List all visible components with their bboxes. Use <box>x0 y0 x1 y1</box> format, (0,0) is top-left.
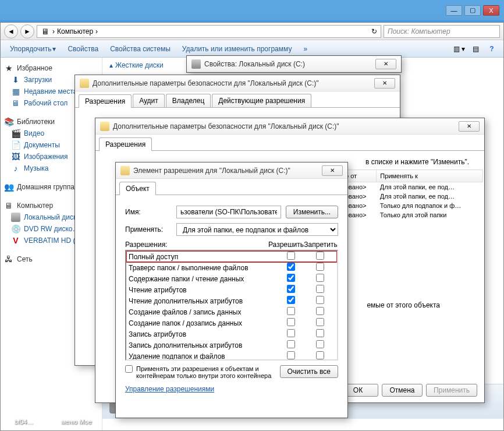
permissions-table[interactable]: но от Применять к довано>Для этой папки,… <box>338 169 483 220</box>
permission-row: Чтение атрибутов <box>126 284 337 295</box>
pictures-icon: 🖼 <box>11 152 20 161</box>
tab-permissions[interactable]: Разрешения <box>99 137 152 151</box>
table-row[interactable]: довано>Только для подпапок и ф… <box>338 201 483 210</box>
desktop-icon: 🖥 <box>11 98 20 108</box>
refresh-icon[interactable]: ↻ <box>371 27 377 36</box>
nav-back-button[interactable]: ◄ <box>4 24 18 38</box>
close-button[interactable]: X <box>483 5 499 16</box>
permission-entry-dialog: Элемент разрешения для "Локальный диск (… <box>115 162 348 418</box>
preview-pane-button[interactable]: ▤ <box>468 43 482 55</box>
tab-permissions[interactable]: Разрешения <box>79 94 132 108</box>
breadcrumb[interactable]: 🖥 › Компьютер › ↻ <box>37 25 381 38</box>
apply-button[interactable]: Применить <box>426 384 477 397</box>
col-apply-to[interactable]: Применять к <box>377 170 483 182</box>
network-icon: 🖧 <box>4 255 13 264</box>
close-button[interactable]: ✕ <box>375 59 396 69</box>
apply-to-label: Применять: <box>125 225 172 234</box>
properties-button[interactable]: Свойства <box>63 43 103 55</box>
organize-menu[interactable]: Упорядочить ▾ <box>5 43 61 55</box>
view-button[interactable]: ▥ ▾ <box>452 43 466 55</box>
explorer-header: ◄ ► 🖥 › Компьютер › ↻ Поиск: Компьютер <box>1 23 503 40</box>
dialog-title: Свойства: Локальный диск (C:) <box>204 60 372 68</box>
system-properties-button[interactable]: Свойства системы <box>105 43 175 55</box>
drive-icon <box>191 59 201 69</box>
clear-all-button[interactable]: Очистить все <box>280 365 338 378</box>
tab-strip: Разрешения Аудит Владелец Действующие ра… <box>75 94 400 108</box>
allow-checkbox[interactable] <box>287 252 295 260</box>
close-button[interactable]: ✕ <box>322 165 343 176</box>
close-button[interactable]: ✕ <box>374 78 395 89</box>
permissions-list[interactable]: Полный доступТраверс папок / выполнение … <box>125 250 338 361</box>
deny-checkbox[interactable] <box>316 274 324 282</box>
help-button[interactable]: ? <box>485 43 499 55</box>
apply-to-container-checkbox[interactable] <box>125 365 133 373</box>
permission-row: Полный доступ <box>126 251 337 262</box>
permission-row: Запись атрибутов <box>126 328 337 340</box>
tab-strip: Объект <box>116 181 347 195</box>
folder-icon <box>80 79 89 88</box>
allow-checkbox[interactable] <box>287 296 295 304</box>
permission-name: Создание файлов / запись данных <box>129 308 276 316</box>
permission-name: Траверс папок / выполнение файлов <box>129 264 276 272</box>
permission-name: Чтение дополнительных атрибутов <box>129 297 276 305</box>
minimize-button[interactable]: — <box>446 5 462 16</box>
allow-checkbox[interactable] <box>287 340 295 348</box>
allow-checkbox[interactable] <box>287 351 295 359</box>
manage-permissions-link[interactable]: Управление разрешениями <box>125 385 214 393</box>
properties-dialog: Свойства: Локальный диск (C:) ✕ <box>186 55 402 73</box>
dialog-title: Дополнительные параметры безопасности дл… <box>113 122 455 130</box>
breadcrumb-root[interactable]: Компьютер <box>57 27 93 36</box>
allow-label: Разрешить <box>268 241 303 249</box>
close-button[interactable]: ✕ <box>459 121 480 132</box>
table-row[interactable]: довано>Для этой папки, ее под… <box>338 182 483 192</box>
allow-checkbox[interactable] <box>287 285 295 293</box>
allow-checkbox[interactable] <box>287 274 295 282</box>
dvd-icon: 💿 <box>11 224 20 234</box>
allow-checkbox[interactable] <box>287 263 295 271</box>
tab-audit[interactable]: Аудит <box>133 94 165 107</box>
deny-checkbox[interactable] <box>316 329 324 337</box>
uninstall-button[interactable]: Удалить или изменить программу <box>178 43 297 55</box>
nav-forward-button[interactable]: ► <box>20 24 34 38</box>
toolbar-more[interactable]: » <box>299 43 312 55</box>
tab-effective[interactable]: Действующие разрешения <box>212 94 311 107</box>
apply-to-container-label: Применять эти разрешения к объектам и ко… <box>136 365 276 379</box>
deny-label: Запретить <box>303 241 338 249</box>
permission-row: Запись дополнительных атрибутов <box>126 340 337 351</box>
permissions-label: Разрешения: <box>125 241 268 249</box>
allow-checkbox[interactable] <box>287 318 295 326</box>
change-button[interactable]: Изменить... <box>286 206 338 218</box>
deny-checkbox[interactable] <box>316 252 324 260</box>
deny-checkbox[interactable] <box>316 318 324 326</box>
desktop-item[interactable]: bf04… <box>3 394 44 425</box>
homegroup-icon: 👥 <box>4 182 13 192</box>
deny-checkbox[interactable] <box>316 296 324 304</box>
breadcrumb-sep: › <box>52 27 55 36</box>
tab-strip: Разрешения <box>95 137 484 151</box>
video-icon: 🎬 <box>11 129 20 138</box>
deny-checkbox[interactable] <box>316 307 324 315</box>
computer-icon: 🖥 <box>41 27 50 36</box>
tab-object[interactable]: Объект <box>119 182 156 195</box>
name-input[interactable] <box>176 206 281 218</box>
apply-to-select[interactable]: Для этой папки, ее подпапок и файлов <box>176 223 338 236</box>
folder-icon <box>100 122 109 131</box>
deny-checkbox[interactable] <box>316 263 324 271</box>
search-input[interactable]: Поиск: Компьютер <box>384 25 500 38</box>
allow-checkbox[interactable] <box>287 329 295 337</box>
permission-name: Чтение атрибутов <box>129 286 276 294</box>
deny-checkbox[interactable] <box>316 340 324 348</box>
deny-checkbox[interactable] <box>316 351 324 359</box>
table-row[interactable]: довано>Для этой папки, ее под… <box>338 192 483 201</box>
maximize-button[interactable]: ▢ <box>464 5 481 16</box>
downloads-icon: ⬇ <box>11 75 20 84</box>
music-icon: ♪ <box>11 164 20 173</box>
cancel-button[interactable]: Отмена <box>382 384 423 397</box>
desktop-item[interactable]: меню Мое <box>56 394 97 425</box>
deny-checkbox[interactable] <box>316 285 324 293</box>
allow-checkbox[interactable] <box>287 307 295 315</box>
table-row[interactable]: довано>Только для этой папки <box>338 210 483 220</box>
tab-owner[interactable]: Владелец <box>166 94 211 107</box>
dialog-title: Дополнительные параметры безопасности дл… <box>93 79 371 87</box>
nav-favorites-header[interactable]: ★Избранное <box>1 62 102 74</box>
